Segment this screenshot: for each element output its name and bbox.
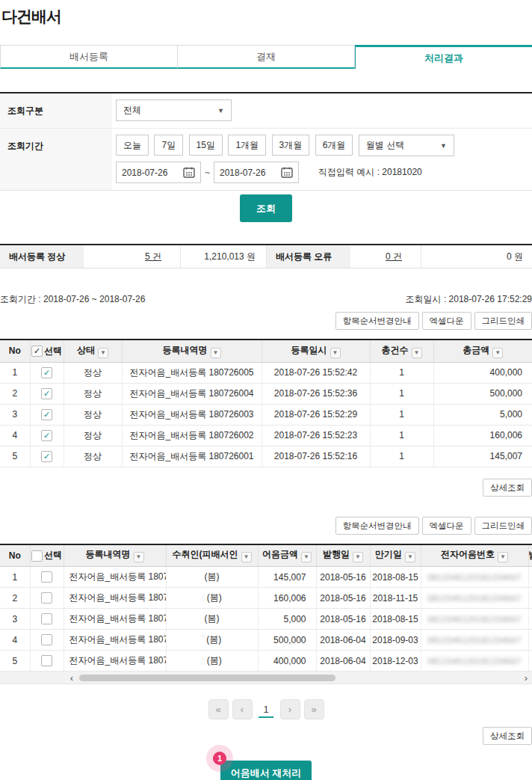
row-no: 4 — [0, 425, 30, 446]
date-from-input[interactable]: 2018-07-26 — [116, 162, 201, 183]
row-no: 1 — [0, 362, 30, 383]
scroll-right-icon[interactable]: › — [520, 672, 532, 684]
reprocess-endorsement-button[interactable]: 어음배서 재처리 — [220, 761, 312, 780]
filter-icon[interactable]: ▼ — [412, 348, 422, 358]
row-name: 전자어음_배서등록 180726005 — [122, 362, 262, 383]
row-count: 1 — [370, 362, 433, 383]
col-partial: 발 — [528, 544, 532, 567]
scrollbar-thumb[interactable] — [79, 675, 335, 681]
period-today-button[interactable]: 오늘 — [116, 135, 149, 156]
page-first-button[interactable]: « — [208, 699, 229, 719]
table-header-row: No ✓선택 상태▼ 등록내역명▼ 등록일시▼ 총건수▼ 총금액▼ — [0, 340, 532, 362]
row-checkbox[interactable]: ✓ — [41, 430, 52, 441]
date-range-tilde: ~ — [205, 168, 210, 178]
search-button[interactable]: 조회 — [240, 194, 292, 222]
filter-icon[interactable]: ▼ — [353, 552, 363, 562]
row-checkbox[interactable] — [41, 571, 52, 583]
summary-normal-count-link[interactable]: 5 건 — [145, 251, 161, 263]
page-title: 다건배서 — [0, 0, 532, 27]
period-1m-button[interactable]: 1개월 — [228, 135, 266, 156]
col-status: 상태▼ — [64, 340, 122, 362]
result-period-text: 조회기간 : 2018-07-26 ~ 2018-07-26 — [0, 293, 145, 306]
row-no: 3 — [0, 609, 30, 630]
search-type-select[interactable]: 전체 ▼ — [116, 99, 232, 121]
filter-icon[interactable]: ▼ — [405, 552, 415, 562]
table-row: 4 전자어음_배서등록 1807260 ' (봄) 500,000 2018-0… — [0, 630, 532, 651]
row-count: 1 — [370, 404, 433, 425]
page-next-button[interactable]: › — [280, 699, 300, 719]
page-last-button[interactable]: » — [304, 699, 324, 719]
filter-icon[interactable]: ▼ — [98, 348, 108, 358]
col-note-amount: 어음금액▼ — [258, 544, 316, 567]
row-checkbox[interactable]: ✓ — [41, 388, 52, 399]
row-no: 2 — [0, 588, 30, 609]
month-select[interactable]: 월별 선택 ▼ — [359, 135, 454, 156]
page-prev-button[interactable]: ‹ — [232, 699, 253, 719]
table-row: 3 ✓ 정상 전자어음_배서등록 180726003 2018-07-26 15… — [0, 404, 532, 425]
col-payee: 수취인(피배서인▼ — [166, 544, 258, 567]
row-checkbox[interactable]: ✓ — [41, 409, 52, 420]
row-status: 정상 — [64, 425, 122, 446]
row-checkbox[interactable] — [41, 634, 52, 645]
filter-icon[interactable]: ▼ — [134, 552, 144, 562]
row-note-number-masked: 0812345120181234567 — [421, 651, 528, 672]
search-form: 조회구분 전체 ▼ 조회기간 오늘 7일 15일 1개월 3개월 6개월 — [0, 92, 532, 191]
row-name: 전자어음_배서등록 1807260 — [64, 651, 166, 672]
date-to-input[interactable]: 2018-07-26 — [214, 162, 299, 183]
row-checkbox[interactable]: ✓ — [41, 451, 52, 462]
col-note-number: 전자어음번호▼ — [421, 544, 528, 567]
filter-icon[interactable]: ▼ — [211, 348, 221, 358]
period-6m-button[interactable]: 6개월 — [315, 135, 353, 156]
row-name: 전자어음_배서등록 1807260 — [64, 588, 166, 609]
excel-download-button[interactable]: 엑셀다운 — [422, 517, 471, 535]
footer-action: 1 어음배서 재처리 — [0, 761, 532, 780]
page: 다건배서 배서등록 결재 처리결과 조회구분 전체 ▼ 조회기간 오늘 7일 1… — [0, 0, 532, 780]
row-issue-date: 2018-06-04 — [316, 651, 370, 672]
row-checkbox[interactable] — [41, 592, 52, 604]
tab-bar: 배서등록 결재 처리결과 — [0, 45, 532, 69]
column-reorder-guide-button[interactable]: 항목순서변경안내 — [335, 312, 419, 330]
row-checkbox[interactable] — [41, 655, 52, 666]
table-row: 1 ✓ 정상 전자어음_배서등록 180726005 2018-07-26 15… — [0, 362, 532, 383]
column-reorder-guide-button[interactable]: 항목순서변경안내 — [335, 517, 419, 535]
excel-download-button[interactable]: 엑셀다운 — [422, 312, 471, 330]
detail-view-button[interactable]: 상세조회 — [483, 727, 532, 745]
scroll-left-icon[interactable]: ‹ — [66, 672, 78, 684]
filter-icon[interactable]: ▼ — [330, 348, 341, 358]
select-all-checkbox[interactable]: ✓ — [31, 346, 43, 357]
row-issue-date: 2018-05-16 — [316, 588, 370, 609]
row-no: 5 — [0, 446, 30, 467]
tab-process-result[interactable]: 처리결과 — [355, 45, 532, 69]
select-all-checkbox[interactable] — [31, 550, 43, 562]
period-3m-button[interactable]: 3개월 — [272, 135, 310, 156]
row-status: 정상 — [64, 404, 122, 425]
filter-icon[interactable]: ▼ — [498, 552, 508, 562]
period-15d-button[interactable]: 15일 — [189, 135, 223, 156]
summary-normal-amount: 1,210,013 원 — [181, 245, 267, 268]
month-select-value: 월별 선택 — [366, 139, 404, 152]
pagination: « ‹ 1 › » — [0, 699, 532, 719]
summary-error-label: 배서등록 오류 — [267, 245, 350, 268]
row-no: 4 — [0, 630, 30, 651]
col-select: 선택 — [30, 544, 64, 567]
tab-endorse-register[interactable]: 배서등록 — [0, 45, 178, 69]
calendar-icon[interactable] — [183, 167, 195, 178]
col-count: 총건수▼ — [370, 340, 433, 362]
filter-icon[interactable]: ▼ — [301, 552, 312, 562]
col-issue-date: 발행일▼ — [316, 544, 370, 567]
row-due-date: 2018-12-03 — [370, 651, 421, 672]
grid-print-button[interactable]: 그리드인쇄 — [474, 312, 532, 330]
row-checkbox[interactable] — [41, 613, 52, 624]
calendar-icon[interactable] — [281, 167, 293, 178]
summary-error-count-link[interactable]: 0 건 — [386, 251, 402, 263]
detail-view-button[interactable]: 상세조회 — [483, 479, 532, 497]
row-datetime: 2018-07-26 15:52:36 — [262, 383, 370, 404]
filter-icon[interactable]: ▼ — [241, 552, 252, 562]
row-checkbox[interactable]: ✓ — [41, 367, 52, 378]
period-7d-button[interactable]: 7일 — [154, 135, 183, 156]
row-note-amount: 145,007 — [258, 567, 316, 588]
grid-print-button[interactable]: 그리드인쇄 — [474, 517, 532, 535]
tab-approval[interactable]: 결재 — [178, 45, 355, 69]
filter-icon[interactable]: ▼ — [492, 348, 503, 358]
scrollbar-track[interactable] — [78, 675, 520, 681]
